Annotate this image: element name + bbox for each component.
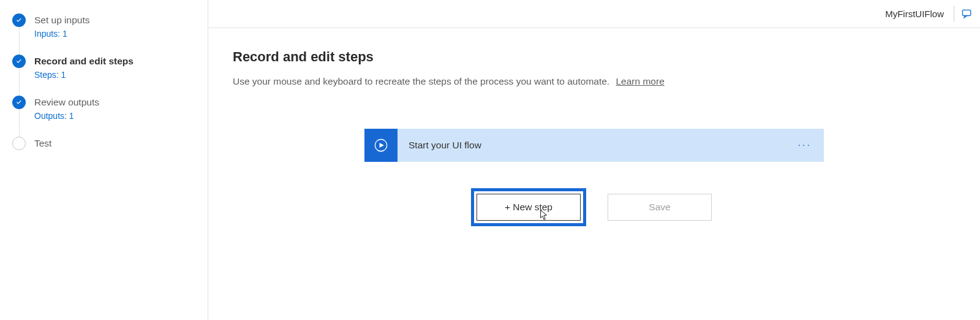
wizard-sidebar: Set up inputs Inputs: 1 Record and edit … [0,0,208,320]
flow-step-label: Start your UI flow [398,140,798,151]
save-button[interactable]: Save [608,194,712,221]
wizard-step-test[interactable]: Test [12,137,203,150]
page-title: Record and edit steps [233,49,956,65]
wizard-step-title: Record and edit steps [34,55,134,67]
svg-rect-0 [963,10,971,15]
learn-more-link[interactable]: Learn more [616,76,665,86]
record-icon [364,129,398,162]
wizard-step-title: Test [34,137,51,150]
wizard-step-subtitle: Inputs: 1 [34,29,89,39]
divider [954,6,954,22]
main-panel: MyFirstUIFlow Record and edit steps Use … [208,0,980,320]
wizard-step-subtitle: Steps: 1 [34,70,134,80]
check-icon [12,13,26,27]
top-bar: MyFirstUIFlow [208,0,980,28]
flow-step-card[interactable]: Start your UI flow ··· [364,129,824,162]
check-icon [12,55,26,68]
wizard-step-outputs[interactable]: Review outputs Outputs: 1 [12,96,203,121]
new-step-label: + New step [505,202,552,213]
new-step-button[interactable]: + New step [477,194,581,221]
feedback-icon[interactable] [960,7,974,21]
wizard-step-subtitle: Outputs: 1 [34,111,99,121]
page-description-text: Use your mouse and keyboard to recreate … [233,76,609,86]
check-icon [12,96,26,109]
svg-marker-2 [380,143,384,148]
wizard-step-record[interactable]: Record and edit steps Steps: 1 [12,55,203,80]
step-connector-line [19,26,20,138]
empty-step-icon [12,137,26,150]
wizard-step-inputs[interactable]: Set up inputs Inputs: 1 [12,13,203,39]
wizard-step-title: Review outputs [34,96,99,109]
more-icon[interactable]: ··· [798,140,824,151]
page-description: Use your mouse and keyboard to recreate … [233,76,956,87]
flow-name: MyFirstUIFlow [885,9,944,19]
wizard-step-title: Set up inputs [34,14,89,26]
